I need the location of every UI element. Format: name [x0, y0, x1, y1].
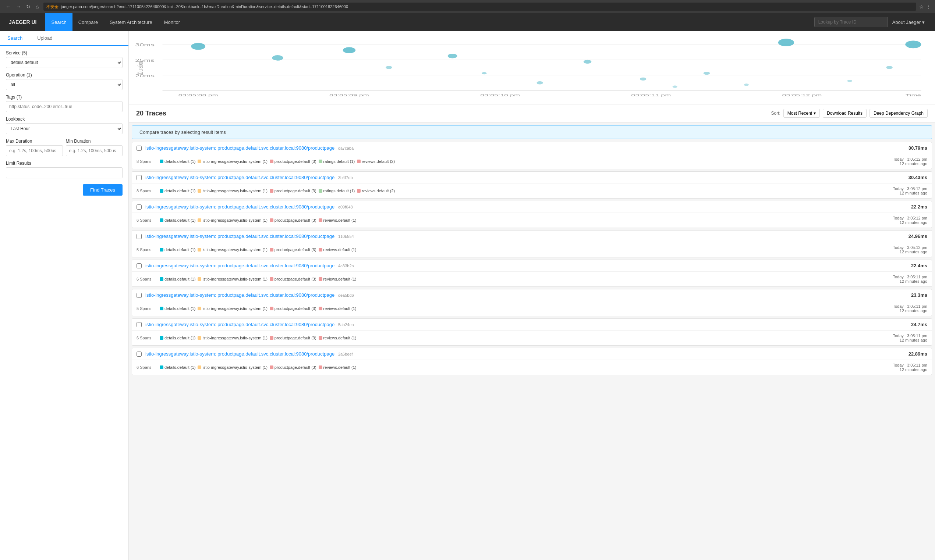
- bookmark-icon[interactable]: ☆: [919, 4, 924, 9]
- tags-input[interactable]: [6, 101, 122, 112]
- trace-service-name: istio-ingressgateway.istio-system: produ…: [145, 322, 911, 327]
- sort-value: Most Recent: [787, 111, 812, 116]
- svg-text:Time: Time: [906, 93, 921, 97]
- max-duration-group: Max Duration: [6, 138, 63, 156]
- sort-button[interactable]: Most Recent ▾: [784, 109, 820, 118]
- trace-card[interactable]: istio-ingressgateway.istio-system: produ…: [132, 230, 932, 257]
- service-tags: details.default (1) istio-ingressgateway…: [160, 218, 887, 223]
- trace-date: Today: [893, 186, 903, 191]
- min-duration-input[interactable]: [66, 145, 123, 156]
- trace-card-header: istio-ingressgateway.istio-system: produ…: [132, 142, 932, 154]
- trace-id: e09f048: [338, 205, 353, 209]
- service-tag-dot: [197, 277, 201, 281]
- trace-card-body: 5 Spans details.default (1) istio-ingres…: [132, 242, 932, 257]
- max-duration-input[interactable]: [6, 145, 63, 156]
- trace-card[interactable]: istio-ingressgateway.istio-system: produ…: [132, 201, 932, 228]
- service-tag-label: ratings.default (1): [324, 159, 355, 164]
- tags-group: Tags (?): [6, 94, 122, 112]
- trace-checkbox[interactable]: [137, 146, 142, 151]
- trace-ago: 12 minutes ago: [900, 162, 927, 166]
- trace-date: Today: [893, 363, 903, 367]
- limit-input[interactable]: 20: [6, 167, 122, 178]
- lookback-select[interactable]: Last Hour: [6, 123, 122, 134]
- nav-item-system-architecture[interactable]: System Architecture: [104, 13, 158, 31]
- tab-upload[interactable]: Upload: [30, 31, 60, 45]
- service-tag-dot: [270, 307, 273, 310]
- service-tag-dot: [270, 248, 273, 251]
- service-tag-dot: [270, 218, 273, 222]
- reload-button[interactable]: ↻: [24, 3, 32, 10]
- trace-ago: 12 minutes ago: [900, 279, 927, 283]
- service-tag: details.default (1): [160, 218, 195, 223]
- limit-label: Limit Results: [6, 161, 122, 166]
- trace-service-name: istio-ingressgateway.istio-system: produ…: [145, 175, 909, 180]
- menu-icon[interactable]: ⋮: [926, 4, 931, 9]
- trace-checkbox[interactable]: [137, 322, 142, 327]
- svg-point-16: [343, 47, 356, 53]
- trace-card[interactable]: istio-ingressgateway.istio-system: produ…: [132, 171, 932, 198]
- service-tag: istio-ingressgateway.istio-system (1): [197, 306, 267, 311]
- back-button[interactable]: ←: [4, 3, 12, 10]
- nav-item-compare[interactable]: Compare: [73, 13, 104, 31]
- service-tag: reviews.default (1): [319, 365, 356, 369]
- trace-date: Today: [893, 304, 903, 309]
- about-jaeger-button[interactable]: About Jaeger ▾: [888, 13, 929, 31]
- service-tag-label: istio-ingressgateway.istio-system (1): [202, 218, 267, 223]
- download-results-button[interactable]: Download Results: [823, 109, 867, 118]
- nav-item-search[interactable]: Search: [45, 13, 72, 31]
- scatter-chart: 30ms 25ms 20ms Duration 03:05:08 pm 03:0…: [135, 37, 929, 98]
- trace-id: 5ab24ea: [338, 323, 354, 327]
- nav-item-monitor[interactable]: Monitor: [158, 13, 186, 31]
- about-jaeger-label: About Jaeger: [892, 20, 921, 25]
- service-tags: details.default (1) istio-ingressgateway…: [160, 159, 887, 164]
- trace-time: Today 3:05:12 pm 12 minutes ago: [890, 216, 927, 225]
- trace-id-search-input[interactable]: [814, 17, 888, 27]
- trace-checkbox[interactable]: [137, 352, 142, 357]
- service-tag-dot: [319, 307, 322, 310]
- chevron-down-icon: ▾: [922, 20, 925, 25]
- sidebar-tabs: Search Upload: [0, 31, 128, 46]
- trace-id: da7caba: [338, 146, 353, 151]
- limit-group: Limit Results 20: [6, 161, 122, 178]
- trace-timestamp: 3:05:12 pm: [907, 186, 927, 191]
- service-select[interactable]: details.default: [6, 57, 122, 68]
- trace-checkbox[interactable]: [137, 205, 142, 209]
- trace-checkbox[interactable]: [137, 175, 142, 180]
- tab-search[interactable]: Search: [0, 31, 30, 46]
- trace-ago: 12 minutes ago: [900, 250, 927, 254]
- deep-dependency-graph-button[interactable]: Deep Dependency Graph: [870, 109, 928, 118]
- trace-card[interactable]: istio-ingressgateway.istio-system: produ…: [132, 142, 932, 169]
- service-tag-dot: [270, 160, 273, 163]
- trace-duration: 24.96ms: [909, 234, 927, 239]
- service-tag-dot: [319, 189, 322, 193]
- home-button[interactable]: ⌂: [34, 3, 40, 10]
- compare-banner: Compare traces by selecting result items: [132, 125, 932, 139]
- operation-select[interactable]: all: [6, 79, 122, 90]
- service-tag: reviews.default (2): [357, 189, 395, 193]
- service-select-wrapper: details.default: [6, 57, 122, 68]
- app-logo: JAEGER UI: [6, 19, 39, 25]
- svg-point-24: [704, 72, 710, 75]
- address-bar[interactable]: 不安全 jaeger.pana.com/jaeger/search?end=17…: [43, 3, 916, 11]
- trace-card[interactable]: istio-ingressgateway.istio-system: produ…: [132, 260, 932, 287]
- service-tag-dot: [197, 307, 201, 310]
- min-duration-label: Min Duration: [66, 138, 123, 144]
- service-tag: reviews.default (1): [319, 218, 356, 223]
- service-tag: details.default (1): [160, 306, 195, 311]
- service-tag-label: reviews.default (1): [324, 365, 356, 369]
- trace-checkbox[interactable]: [137, 293, 142, 298]
- trace-checkbox[interactable]: [137, 263, 142, 268]
- forward-button[interactable]: →: [14, 3, 23, 10]
- svg-point-22: [640, 78, 646, 80]
- find-traces-button[interactable]: Find Traces: [83, 184, 122, 195]
- trace-checkbox[interactable]: [137, 234, 142, 239]
- trace-card[interactable]: istio-ingressgateway.istio-system: produ…: [132, 289, 932, 316]
- service-tag-label: details.default (1): [165, 336, 195, 340]
- trace-card[interactable]: istio-ingressgateway.istio-system: produ…: [132, 318, 932, 346]
- trace-card[interactable]: istio-ingressgateway.istio-system: produ…: [132, 348, 932, 375]
- service-tag-dot: [160, 277, 164, 281]
- search-form: Service (5) details.default Operation (1…: [0, 46, 128, 200]
- service-tag: reviews.default (1): [319, 277, 356, 281]
- trace-date: Today: [893, 157, 903, 162]
- service-tag: productpage.default (3): [270, 218, 316, 223]
